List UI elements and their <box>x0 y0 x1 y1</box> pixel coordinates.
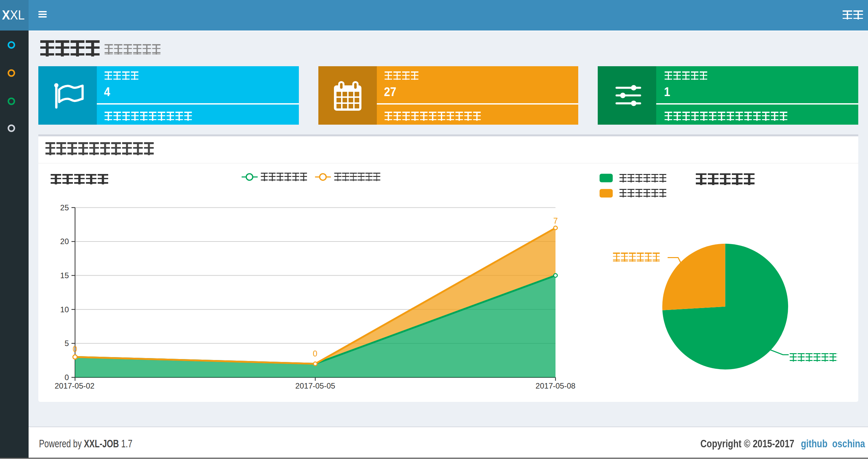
svg-text:2017-05-05: 2017-05-05 <box>295 382 335 390</box>
svg-text:0: 0 <box>313 349 317 358</box>
svg-text:5: 5 <box>65 339 69 348</box>
svg-text:20: 20 <box>60 237 69 246</box>
svg-text:0: 0 <box>65 373 69 382</box>
svg-text:2017-05-08: 2017-05-08 <box>536 382 576 390</box>
svg-text:25: 25 <box>60 203 69 212</box>
svg-text:7: 7 <box>553 216 558 225</box>
svg-text:15: 15 <box>60 271 69 280</box>
svg-text:10: 10 <box>60 305 69 314</box>
svg-text:0: 0 <box>73 345 77 354</box>
svg-text:2017-05-02: 2017-05-02 <box>55 382 95 390</box>
